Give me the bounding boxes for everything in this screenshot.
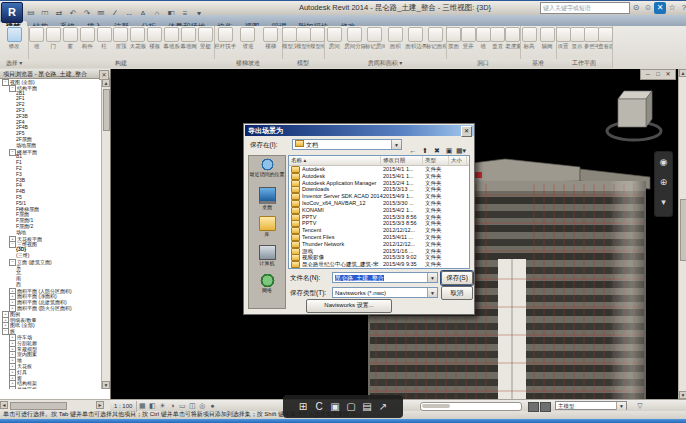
file-row[interactable]: Inventor Server SDK ACAD 20142015/4/9 1.…: [289, 193, 469, 200]
overlay-monitor-icon[interactable]: ▤: [359, 395, 375, 418]
ribbon-button-参照平面[interactable]: 参照平面: [584, 27, 598, 49]
overlay-share-icon[interactable]: ↗: [375, 395, 391, 418]
ribbon-button-幕墙网格[interactable]: 幕墙网格: [180, 27, 197, 49]
overlay-grid-icon[interactable]: ⊞: [295, 395, 311, 418]
panel-label[interactable]: 模型: [282, 59, 324, 68]
viewport-vertical-scrollbar[interactable]: ▲ ▼: [678, 69, 686, 399]
place-desktop[interactable]: 桌面: [249, 185, 285, 214]
ribbon-button-窗[interactable]: 窗: [62, 27, 79, 49]
ribbon-button-修改[interactable]: 修改: [0, 27, 28, 49]
scrollbar-thumb[interactable]: [680, 199, 686, 261]
favorites-icon[interactable]: ☆: [666, 2, 678, 14]
crop-region-visibility-icon[interactable]: ◫: [187, 400, 197, 411]
panel-label[interactable]: 基准: [520, 59, 556, 68]
file-row[interactable]: 视频影像2015/3/3 9:02文件夹: [289, 254, 469, 261]
help-icon[interactable]: ?: [678, 2, 686, 14]
ribbon-button-栏杆扶手[interactable]: 栏杆扶手: [214, 27, 237, 49]
scroll-up-icon[interactable]: ▲: [679, 69, 686, 77]
collapse-icon[interactable]: −: [9, 85, 16, 92]
viewcube[interactable]: [607, 91, 661, 140]
ribbon-button-房间分隔[interactable]: 房间分隔: [344, 27, 364, 49]
restore-view-icon[interactable]: □: [653, 70, 663, 78]
ribbon-button-轴网[interactable]: 轴网: [538, 27, 556, 49]
place-network[interactable]: 网络: [249, 272, 285, 301]
ribbon-button-查看器[interactable]: 查看器: [598, 27, 612, 49]
reveal-hidden-elements-icon[interactable]: ●: [207, 400, 217, 411]
save-button[interactable]: 保存(S): [441, 271, 473, 285]
navbar-options-icon[interactable]: ▾: [655, 192, 672, 212]
place-lib[interactable]: 库: [249, 214, 285, 243]
sign-in-icon[interactable]: ☺: [642, 2, 654, 14]
file-row[interactable]: PPTV2015/3/3 8:56文件夹: [289, 220, 469, 227]
file-row[interactable]: Tencent Files2015/4/11 ...文件夹: [289, 234, 469, 241]
ribbon-button-墙[interactable]: 墙: [476, 27, 491, 49]
ribbon-button-门[interactable]: 门: [45, 27, 62, 49]
file-row[interactable]: KONAMI2015/4/2 1...文件夹: [289, 207, 469, 214]
ribbon-button-模型文字[interactable]: 模型文字: [282, 27, 296, 49]
scroll-left-icon[interactable]: ◄: [0, 401, 8, 409]
dropdown-arrow-icon[interactable]: ▼: [427, 288, 437, 297]
cancel-button[interactable]: 取消: [441, 286, 473, 300]
file-row[interactable]: Downloads2015/3/13 ...文件夹: [289, 186, 469, 193]
ribbon-button-屋顶[interactable]: 屋顶: [113, 27, 130, 49]
dropdown-arrow-icon[interactable]: ▼: [616, 402, 626, 410]
scrollbar-thumb[interactable]: [103, 89, 110, 131]
file-row[interactable]: Thunder Network2012/12/12...文件夹: [289, 241, 469, 248]
viewport-horizontal-scrollbar[interactable]: [420, 402, 522, 411]
sun-path-icon[interactable]: ☀: [157, 400, 167, 411]
ribbon-button-老虎窗[interactable]: 老虎窗: [505, 27, 520, 49]
scroll-down-icon[interactable]: ▼: [679, 391, 686, 399]
scroll-down-icon[interactable]: ▼: [102, 381, 110, 389]
design-option-toggle-icon[interactable]: [540, 402, 551, 412]
close-view-icon[interactable]: ✕: [663, 70, 673, 78]
dropdown-arrow-icon[interactable]: ▼: [391, 140, 401, 149]
detail-level-icon[interactable]: ▦: [137, 400, 147, 411]
browser-vertical-scrollbar[interactable]: ▲ ▼: [101, 79, 110, 389]
collapse-icon[interactable]: −: [9, 241, 16, 248]
scroll-up-icon[interactable]: ▲: [102, 79, 110, 87]
tree-item[interactable]: +幕墙嵌板: [0, 386, 102, 389]
collapse-icon[interactable]: −: [9, 149, 16, 156]
minimize-view-icon[interactable]: ─: [643, 70, 653, 78]
scrollbar-thumb[interactable]: [10, 402, 67, 410]
shadows-icon[interactable]: ◑: [167, 400, 177, 411]
overlay-refresh-icon[interactable]: C: [311, 395, 327, 418]
collapse-icon[interactable]: −: [2, 328, 9, 335]
ribbon-button-标记面积[interactable]: 标记面积: [426, 27, 446, 49]
search-icon[interactable]: ⊙: [630, 2, 642, 14]
design-options-dropdown[interactable]: 主模型 ▼: [555, 401, 627, 410]
view-scale-button[interactable]: 1 : 100: [110, 401, 137, 412]
ribbon-button-模型组[interactable]: 模型组: [310, 27, 324, 49]
ribbon-button-竖井[interactable]: 竖井: [461, 27, 476, 49]
expand-icon[interactable]: +: [9, 386, 16, 389]
ribbon-button-按面[interactable]: 按面: [446, 27, 461, 49]
collapse-icon[interactable]: −: [9, 259, 16, 266]
visual-style-icon[interactable]: ◧: [147, 400, 157, 411]
collapse-icon[interactable]: −: [2, 79, 9, 86]
application-menu-button[interactable]: R: [1, 2, 23, 23]
temporary-hide-isolate-icon[interactable]: ◎: [197, 400, 207, 411]
ribbon-button-面积边界[interactable]: 面积边界: [405, 27, 425, 49]
ribbon-button-标高[interactable]: 标高: [520, 27, 538, 49]
ribbon-button-楼板[interactable]: 楼板: [146, 27, 163, 49]
filter-icon[interactable]: ▽: [635, 400, 645, 411]
infocenter-search-input[interactable]: 键入关键字或短语: [540, 2, 630, 14]
exchange-apps-icon[interactable]: ✕: [654, 2, 666, 14]
ribbon-button-垂直[interactable]: 垂直: [490, 27, 505, 49]
file-row[interactable]: Autodesk2015/4/1 1...文件夹: [289, 173, 469, 180]
scroll-right-icon[interactable]: ►: [96, 401, 104, 409]
ribbon-button-房间[interactable]: 房间: [324, 27, 344, 49]
ribbon-button-墙[interactable]: 墙: [28, 27, 45, 49]
file-row[interactable]: 游戏2015/1/16 ...文件夹: [289, 248, 469, 255]
column-header-修改日期[interactable]: 修改日期: [381, 156, 423, 165]
panel-label[interactable]: 选择 ▾: [0, 59, 28, 68]
place-computer[interactable]: 计算机: [249, 243, 285, 272]
file-row[interactable]: IsoCov_x64_NAVBAR_122015/3/30 ...文件夹: [289, 200, 469, 207]
overlay-save-icon[interactable]: ▣: [327, 395, 343, 418]
overlay-window-icon[interactable]: ▢: [343, 395, 359, 418]
panel-label[interactable]: 楼梯坡道: [214, 59, 282, 68]
panel-label[interactable]: 房间和面积 ▾: [324, 59, 446, 68]
place-recent[interactable]: 最近访问的位置: [249, 156, 285, 185]
column-header-类型[interactable]: 类型: [423, 156, 449, 165]
ribbon-button-幕墙系统[interactable]: 幕墙系统: [163, 27, 180, 49]
